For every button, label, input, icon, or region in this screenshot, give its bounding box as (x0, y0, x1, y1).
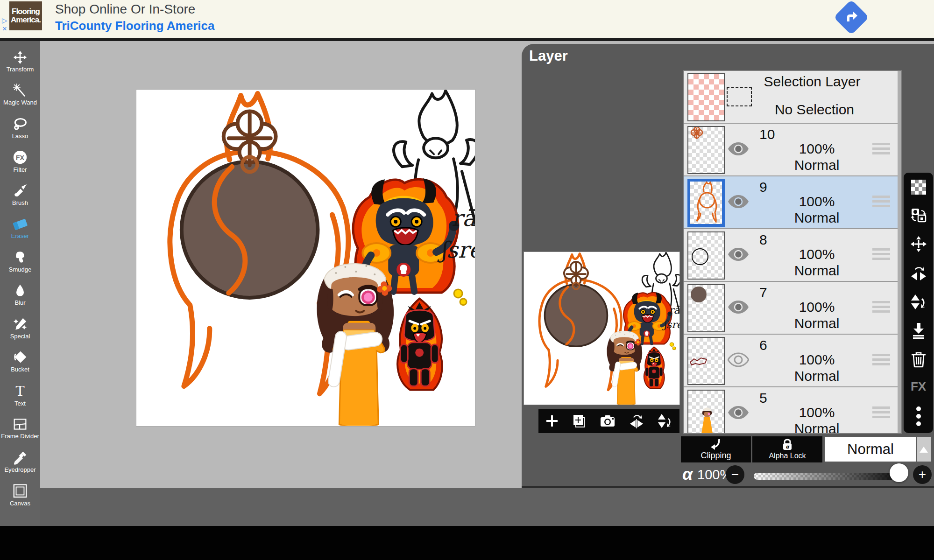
advertiser-logo[interactable]: Flooring America. (9, 1, 42, 30)
layer-row-5[interactable]: 5 100% Normal (684, 387, 898, 434)
merge-down-icon[interactable] (910, 322, 927, 339)
more-options-icon[interactable] (916, 406, 921, 427)
tool-brush[interactable]: Brush (0, 178, 40, 212)
layer-number: 7 (759, 285, 767, 301)
tool-label: Canvas (10, 500, 30, 507)
ad-headline[interactable]: Shop Online Or In-Store (55, 2, 195, 17)
selection-layer-status: No Selection (744, 102, 884, 118)
tool-bucket[interactable]: Bucket (0, 345, 40, 379)
layer-row-7[interactable]: 7 100% Normal (684, 282, 898, 335)
thumb-art-flower (688, 127, 724, 173)
layer-opacity: 100% (754, 141, 880, 157)
layer-opacity: 100% (754, 299, 880, 315)
layer-convert-icon[interactable] (910, 207, 927, 224)
transparency-checker-icon[interactable] (911, 179, 927, 195)
add-special-layer-icon[interactable] (572, 413, 587, 428)
thumb-art-circle-outline (688, 232, 724, 279)
blend-mode-spinner[interactable] (917, 437, 931, 462)
smudge-finger-icon (12, 251, 28, 265)
tool-label: Transform (7, 66, 34, 73)
layer-thumbnail[interactable] (687, 179, 725, 227)
visibility-eye-icon-hidden[interactable] (728, 352, 749, 367)
layer-thumbnail[interactable] (687, 231, 725, 280)
tool-eraser[interactable]: Eraser (0, 212, 40, 245)
adchoices-icon[interactable]: ▷ (2, 17, 7, 24)
ad-close-icon[interactable]: × (2, 25, 7, 33)
layer-thumbnail[interactable] (687, 390, 725, 434)
layer-thumbnail[interactable] (687, 126, 725, 174)
drawing-canvas[interactable] (136, 90, 475, 426)
alpha-slider-track[interactable] (754, 473, 907, 480)
clipping-button[interactable]: Clipping (681, 436, 751, 462)
camera-import-icon[interactable] (600, 414, 616, 428)
tool-smudge[interactable]: Smudge (0, 245, 40, 279)
tool-label: Filter (14, 166, 27, 173)
layer-fx-button[interactable]: FX (911, 379, 926, 394)
alpha-increase-button[interactable]: + (913, 465, 932, 484)
tool-transform[interactable]: Transform (0, 45, 40, 78)
tool-frame-divider[interactable]: Frame Divider (0, 412, 40, 446)
rotate-flip-horizontal-icon[interactable] (910, 265, 927, 281)
svg-text:FX: FX (16, 154, 25, 161)
ibispaint-app: ▷ × Flooring America. Shop Online Or In-… (0, 0, 934, 560)
layer-drag-handle[interactable] (872, 406, 890, 420)
bucket-icon (12, 350, 28, 364)
move-layer-icon[interactable] (910, 236, 927, 252)
tool-blur[interactable]: Blur (0, 279, 40, 312)
layer-drag-handle[interactable] (872, 248, 890, 262)
thumb-art-brown-circle (688, 285, 724, 331)
layer-thumbnail[interactable] (687, 337, 725, 385)
canvas-icon (12, 483, 28, 498)
tool-eyedropper[interactable]: Eyedropper (0, 445, 40, 479)
layer-row-9[interactable]: 9 100% Normal (684, 176, 898, 229)
alpha-slider-thumb[interactable] (890, 463, 908, 482)
layer-blend-mode: Normal (754, 263, 880, 279)
layer-row-6[interactable]: 6 100% Normal (684, 335, 898, 387)
selection-layer-thumbnail[interactable] (687, 73, 725, 121)
rotate-flip-vertical-icon[interactable] (910, 294, 927, 310)
tool-text[interactable]: T Text (0, 378, 40, 412)
thumb-art-girl (688, 391, 724, 434)
frame-divider-icon (12, 417, 28, 431)
blend-mode-select[interactable]: Normal (825, 437, 916, 462)
alpha-lock-button[interactable]: α Alpha Lock (752, 436, 822, 462)
svg-text:T: T (15, 384, 25, 399)
visibility-eye-icon[interactable] (728, 300, 749, 315)
layer-drag-handle[interactable] (872, 354, 890, 368)
triangle-up-icon (920, 447, 928, 453)
text-icon: T (12, 384, 28, 399)
visibility-eye-icon[interactable] (728, 405, 749, 420)
layer-row-selection[interactable]: Selection Layer No Selection (684, 71, 898, 124)
tool-magic-wand[interactable]: Magic Wand (0, 78, 40, 112)
delete-layer-icon[interactable] (911, 351, 927, 368)
filter-fx-icon: FX (12, 150, 28, 165)
ad-banner[interactable]: ▷ × Flooring America. Shop Online Or In-… (0, 0, 934, 41)
layer-drag-handle[interactable] (872, 196, 890, 210)
blur-drop-icon (12, 284, 28, 298)
layer-row-10[interactable]: 10 100% Normal (684, 124, 898, 176)
layer-drag-handle[interactable] (872, 143, 890, 157)
tool-lasso[interactable]: Lasso (0, 112, 40, 145)
visibility-eye-icon[interactable] (728, 247, 749, 262)
add-layer-icon[interactable] (545, 414, 559, 428)
layer-list-scrollbar[interactable] (898, 71, 901, 433)
layer-thumbnail[interactable] (687, 284, 725, 332)
visibility-eye-icon[interactable] (728, 194, 749, 209)
selection-layer-title: Selection Layer (735, 74, 889, 90)
flip-horizontal-icon[interactable] (629, 413, 644, 428)
canvas-mini-preview[interactable] (524, 252, 679, 405)
ad-cta-arrow-icon[interactable] (834, 0, 869, 35)
tool-filter[interactable]: FX Filter (0, 145, 40, 179)
visibility-eye-icon[interactable] (728, 141, 749, 156)
tool-special[interactable]: Special (0, 312, 40, 345)
brush-icon (12, 184, 28, 198)
tool-label: Magic Wand (3, 99, 37, 106)
layer-row-8[interactable]: 8 100% Normal (684, 229, 898, 282)
tool-label: Bucket (11, 366, 29, 373)
flip-vertical-icon[interactable] (657, 413, 673, 428)
layer-drag-handle[interactable] (872, 301, 890, 315)
tool-canvas[interactable]: Canvas (0, 479, 40, 512)
alpha-decrease-button[interactable]: − (726, 465, 744, 484)
ad-advertiser-link[interactable]: TriCounty Flooring America (55, 19, 214, 33)
layer-opacity: 100% (754, 405, 880, 420)
